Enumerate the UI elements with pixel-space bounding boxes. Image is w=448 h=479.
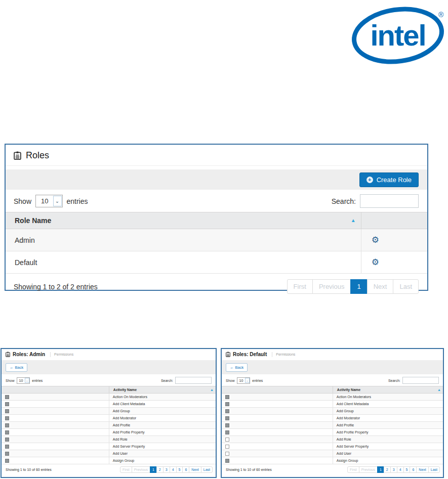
roles-table-controls: Show 10 ⌄ entries Search: xyxy=(6,190,427,212)
page-button-last[interactable]: Last xyxy=(428,466,440,473)
activity-name-cell: Add User xyxy=(333,450,443,457)
permission-checkbox[interactable] xyxy=(5,402,9,406)
permission-checkbox[interactable] xyxy=(225,409,229,413)
create-role-button[interactable]: + Create Role xyxy=(359,172,419,187)
search-group: Search: xyxy=(332,194,419,208)
page-button-3[interactable]: 3 xyxy=(163,466,170,473)
search-input[interactable] xyxy=(175,377,212,384)
default-panel-header: Roles: Default Permissions xyxy=(222,349,443,359)
page-button-2[interactable]: 2 xyxy=(156,466,164,473)
permission-checkbox[interactable] xyxy=(225,438,229,442)
column-header-activity-name[interactable]: Activity Name ▲ xyxy=(109,386,216,394)
roles-panel-header: Roles xyxy=(6,145,427,166)
column-header-activity-name[interactable]: Activity Name ▲ xyxy=(333,386,443,394)
activity-name-cell: Assign Group xyxy=(109,457,216,464)
activity-name-cell: Assign Group xyxy=(333,457,443,464)
show-label: Show xyxy=(6,379,15,382)
back-button[interactable]: ← Back xyxy=(226,363,248,372)
back-button[interactable]: ← Back xyxy=(6,363,27,372)
page-button-6[interactable]: 6 xyxy=(182,466,189,473)
page-size-select[interactable]: 10 ⌄ xyxy=(17,377,30,384)
search-group: Search: xyxy=(161,377,212,384)
create-role-label: Create Role xyxy=(377,176,412,184)
role-actions-cell: ⚙ xyxy=(361,251,427,274)
page-button-4[interactable]: 4 xyxy=(170,466,177,473)
permission-checkbox[interactable] xyxy=(225,395,229,399)
column-header-role-name[interactable]: Role Name ▲ xyxy=(6,212,361,229)
roles-table-header-row: Role Name ▲ xyxy=(6,212,427,229)
permission-row: Add Profile xyxy=(2,422,216,429)
permission-checkbox[interactable] xyxy=(225,423,229,427)
page-button-4[interactable]: 4 xyxy=(397,466,404,473)
permission-checkbox[interactable] xyxy=(5,459,9,463)
page-button-1[interactable]: 1 xyxy=(350,279,367,294)
permission-checkbox-cell xyxy=(2,394,109,401)
page-button-next[interactable]: Next xyxy=(416,466,428,473)
permission-checkbox[interactable] xyxy=(5,452,9,456)
column-header-actions xyxy=(361,212,427,229)
page-size-value: 10 xyxy=(237,379,245,382)
activity-name-cell: Add Moderator xyxy=(333,415,443,422)
sort-ascending-icon: ▲ xyxy=(351,218,356,223)
back-arrow-icon: ← xyxy=(10,365,14,370)
permission-checkbox-cell xyxy=(222,443,333,450)
admin-toolbar: ← Back xyxy=(2,360,216,374)
registered-mark: ® xyxy=(438,11,444,19)
permission-checkbox-cell xyxy=(222,401,333,408)
page-button-3[interactable]: 3 xyxy=(390,466,397,473)
page-button-2[interactable]: 2 xyxy=(384,466,391,473)
permission-checkbox-cell xyxy=(2,401,109,408)
search-input[interactable] xyxy=(360,194,419,208)
page-button-5[interactable]: 5 xyxy=(403,466,411,473)
permission-checkbox[interactable] xyxy=(5,409,9,413)
activity-name-cell: Add Profile Property xyxy=(333,429,443,436)
permission-row: Add Moderator xyxy=(2,415,216,422)
page-button-1[interactable]: 1 xyxy=(150,466,157,473)
permission-checkbox[interactable] xyxy=(5,430,9,434)
gear-icon[interactable]: ⚙ xyxy=(372,257,379,267)
permission-row: Add Client Metadata xyxy=(222,401,443,408)
role-row: Default⚙ xyxy=(6,251,427,274)
permission-checkbox[interactable] xyxy=(225,459,229,463)
chevron-down-icon: ⌄ xyxy=(53,196,62,206)
permissions-panel-default: Roles: Default Permissions ← Back Show 1… xyxy=(221,348,444,478)
permission-checkbox-cell xyxy=(222,422,333,429)
permission-checkbox[interactable] xyxy=(5,395,9,399)
page-button-last[interactable]: Last xyxy=(201,466,213,473)
gear-icon[interactable]: ⚙ xyxy=(372,235,379,245)
role-name-cell: Admin xyxy=(6,229,361,251)
activity-name-cell: Add Profile Property xyxy=(109,429,216,436)
permissions-panel-admin: Roles: Admin Permissions ← Back Show 10 … xyxy=(1,348,217,478)
page-title: Roles: Admin xyxy=(13,352,45,357)
page-size-group: Show 10 ⌄ entries xyxy=(226,377,263,384)
page-subtitle: Permissions xyxy=(50,352,73,357)
permission-checkbox[interactable] xyxy=(225,416,229,420)
page-button-6[interactable]: 6 xyxy=(410,466,417,473)
permission-checkbox-cell xyxy=(222,450,333,457)
page-size-select[interactable]: 10 ⌄ xyxy=(35,195,62,207)
permission-checkbox[interactable] xyxy=(225,430,229,434)
permission-checkbox[interactable] xyxy=(225,452,229,456)
page-button-5[interactable]: 5 xyxy=(176,466,183,473)
page-size-value: 10 xyxy=(17,379,25,382)
chevron-down-icon: ⌄ xyxy=(245,378,250,383)
permission-checkbox[interactable] xyxy=(5,445,9,449)
column-header-checkbox xyxy=(2,386,109,394)
permission-checkbox[interactable] xyxy=(225,402,229,406)
page-button-next[interactable]: Next xyxy=(189,466,201,473)
search-input[interactable] xyxy=(402,377,439,384)
permission-checkbox[interactable] xyxy=(225,445,229,449)
activity-name-cell: Add Group xyxy=(333,408,443,415)
role-row: Admin⚙ xyxy=(6,229,427,251)
permission-checkbox[interactable] xyxy=(5,438,9,442)
page-button-1[interactable]: 1 xyxy=(377,466,384,473)
page-subtitle: Permissions xyxy=(272,352,295,357)
permission-checkbox[interactable] xyxy=(5,423,9,427)
role-name-cell: Default xyxy=(6,251,361,274)
page-size-select[interactable]: 10 ⌄ xyxy=(237,377,251,384)
default-panel-footer: Showing 1 to 10 of 60 entries FirstPrevi… xyxy=(222,464,443,473)
permission-row: Assign Group xyxy=(2,457,216,464)
permission-checkbox[interactable] xyxy=(5,416,9,420)
activity-name-cell: Add Profile xyxy=(333,422,443,429)
role-actions-cell: ⚙ xyxy=(361,229,427,251)
